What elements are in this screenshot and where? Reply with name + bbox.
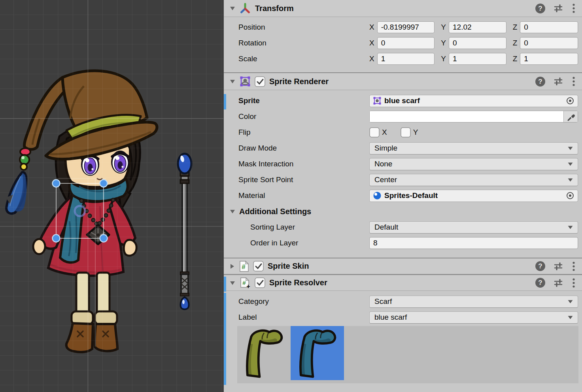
scene-grid (0, 0, 223, 392)
svg-text:#: # (242, 263, 246, 271)
sprite-skin-header[interactable]: # Sprite Skin ? (224, 258, 582, 274)
category-label: Category (238, 297, 369, 306)
sprite-renderer-icon (239, 75, 251, 87)
additional-settings-row[interactable]: Additional Settings (224, 204, 582, 219)
position-row: Position X -0.8199997 Y 12.02 Z 0 (224, 19, 582, 35)
category-dropdown[interactable]: Scarf (369, 296, 578, 308)
foldout-collapsed-icon[interactable] (229, 263, 235, 270)
sprite-icon (373, 96, 382, 105)
script-add-icon: # + (239, 277, 251, 289)
label-dropdown[interactable]: blue scarf (369, 311, 578, 324)
scale-y-field[interactable]: 1 (449, 53, 506, 65)
chevron-down-icon (568, 178, 573, 182)
component-enabled-checkbox[interactable] (255, 277, 265, 288)
sorting-layer-dropdown[interactable]: Default (369, 221, 578, 234)
component-title: Sprite Skin (268, 262, 309, 271)
svg-text:?: ? (538, 279, 542, 286)
more-menu-icon[interactable] (572, 3, 576, 13)
sorting-layer-label: Sorting Layer (238, 223, 369, 232)
eyedropper-button[interactable] (563, 111, 578, 122)
position-x-field[interactable]: -0.8199997 (377, 21, 435, 33)
scene-canvas (0, 0, 223, 392)
sprite-variant-gallery (237, 326, 578, 383)
more-menu-icon[interactable] (572, 278, 576, 288)
material-object-field[interactable]: Sprites-Default (369, 190, 578, 202)
presets-icon[interactable] (554, 76, 564, 87)
sprite-renderer-body: Sprite blue scarf (224, 90, 582, 258)
position-y-field[interactable]: 12.02 (449, 21, 506, 33)
presets-icon[interactable] (554, 261, 564, 271)
material-icon (373, 191, 382, 200)
scale-x-field[interactable]: 1 (377, 53, 435, 65)
green-scarf-icon (240, 327, 288, 380)
scale-label: Scale (238, 55, 369, 63)
sprite-resolver-header[interactable]: # + Sprite Resolver ? (224, 275, 582, 291)
flip-row: Flip X Y (224, 124, 582, 140)
thumbnail-blue-scarf-selected[interactable] (291, 326, 344, 380)
svg-text:?: ? (538, 5, 542, 12)
transform-header[interactable]: Transform ? (224, 0, 582, 17)
sprite-sort-point-dropdown[interactable]: Center (369, 174, 578, 186)
override-bar-resolver-body (224, 293, 226, 385)
svg-text:?: ? (538, 262, 542, 270)
presets-icon[interactable] (554, 278, 564, 288)
help-icon[interactable]: ? (535, 76, 546, 87)
material-label: Material (238, 191, 369, 200)
order-in-layer-field[interactable]: 8 (369, 237, 578, 249)
help-icon[interactable]: ? (535, 277, 546, 288)
selection-handle-br[interactable] (100, 235, 108, 242)
rotation-x-field[interactable]: 0 (377, 37, 435, 49)
selection-handle-tl[interactable] (53, 180, 60, 187)
scale-row: Scale X 1 Y 1 Z 1 (224, 51, 582, 67)
color-row: Color (224, 109, 582, 124)
position-z-field[interactable]: 0 (520, 21, 578, 33)
color-swatch[interactable] (370, 111, 563, 122)
chevron-down-icon (568, 226, 573, 229)
sprite-renderer-header[interactable]: Sprite Renderer ? (224, 73, 582, 90)
foldout-expanded-icon[interactable] (229, 79, 236, 84)
flip-y-label: Y (413, 128, 418, 137)
transform-body: Position X -0.8199997 Y 12.02 Z 0 Rotati… (224, 17, 582, 72)
scene-view[interactable] (0, 0, 223, 392)
component-enabled-checkbox[interactable] (253, 261, 264, 271)
more-menu-icon[interactable] (572, 261, 576, 271)
more-menu-icon[interactable] (572, 76, 576, 87)
component-enabled-checkbox[interactable] (255, 76, 265, 87)
foldout-expanded-icon[interactable] (229, 209, 236, 214)
y-axis-label: Y (441, 23, 446, 32)
foldout-expanded-icon[interactable] (229, 6, 236, 11)
presets-icon[interactable] (554, 3, 564, 13)
color-label: Color (238, 112, 369, 121)
foldout-expanded-icon[interactable] (229, 280, 236, 286)
override-bar-resolver-header (224, 277, 226, 292)
selection-handle-bl[interactable] (53, 235, 60, 242)
object-picker-icon[interactable] (566, 191, 574, 200)
object-picker-icon[interactable] (566, 96, 574, 105)
mask-interaction-dropdown[interactable]: None (369, 158, 578, 170)
material-row: Material Sprites-Default (224, 188, 582, 204)
order-in-layer-label: Order in Layer (238, 239, 369, 247)
component-title: Sprite Renderer (269, 77, 329, 86)
rotation-y-field[interactable]: 0 (449, 37, 506, 49)
color-field[interactable] (369, 111, 578, 122)
mask-interaction-row: Mask Interaction None (224, 156, 582, 172)
flip-y-checkbox[interactable] (401, 127, 411, 138)
selection-handle-tr[interactable] (100, 180, 108, 187)
help-icon[interactable]: ? (535, 3, 546, 14)
z-axis-label: Z (513, 23, 518, 32)
help-icon[interactable]: ? (535, 261, 546, 271)
draw-mode-dropdown[interactable]: Simple (369, 142, 578, 155)
flip-x-label: X (382, 128, 387, 137)
thumbnail-green-scarf[interactable] (237, 326, 291, 380)
rotation-z-field[interactable]: 0 (520, 37, 578, 49)
svg-text:#: # (242, 279, 246, 286)
override-bar-sprite (224, 94, 226, 109)
unity-editor-window: Transform ? Position X -0.8199997 Y (0, 0, 582, 392)
inspector-panel: Transform ? Position X -0.8199997 Y (223, 0, 582, 392)
scale-z-field[interactable]: 1 (520, 53, 578, 65)
label-label: Label (238, 313, 369, 322)
sprite-object-field[interactable]: blue scarf (369, 95, 578, 107)
flip-x-checkbox[interactable] (369, 127, 380, 138)
svg-text:+: + (246, 283, 250, 289)
category-row: Category Scarf (224, 294, 582, 309)
